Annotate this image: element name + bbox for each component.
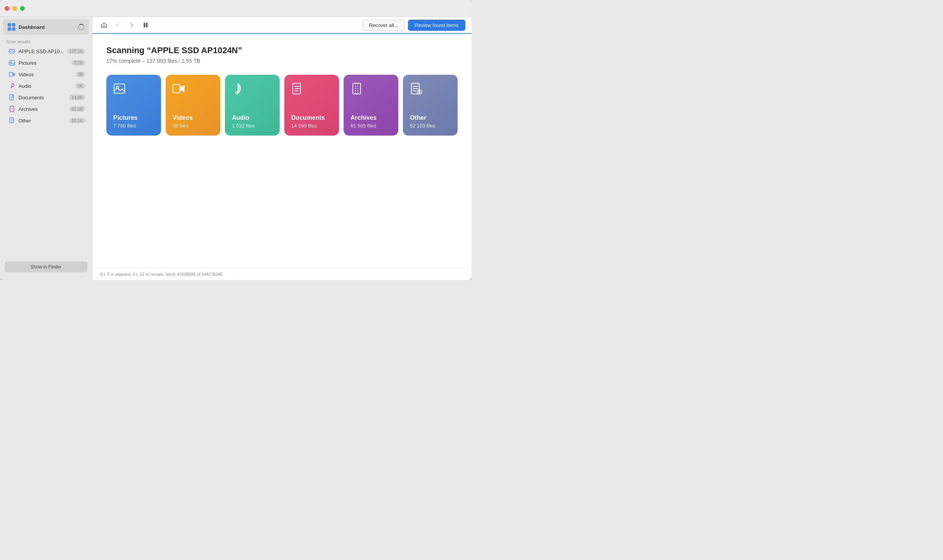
back-button[interactable] <box>112 20 123 30</box>
sidebar-item-pictures[interactable]: Pictures 7,7K <box>2 57 90 68</box>
review-found-button[interactable]: Review found items <box>408 20 465 31</box>
sidebar-item-apple-ssd[interactable]: APPLE SSD AP10... 137,1K <box>2 46 90 57</box>
card-count: 52 103 files <box>410 123 451 129</box>
card-count: 38 files <box>173 123 213 129</box>
archive-icon <box>8 106 15 112</box>
sidebar-item-audio[interactable]: Audio 1K <box>2 80 90 91</box>
scanning-subtitle: 17% complete – 137 093 files / 2,55 TB <box>106 58 458 64</box>
main-layout: Dashboard Scan results APPLE SSD AP10...… <box>0 17 472 280</box>
sidebar-item-label: APPLE SSD AP10... <box>18 49 64 54</box>
card-count: 1 032 files <box>232 123 273 129</box>
card-archives[interactable]: Archives 61 505 files <box>344 75 398 136</box>
svg-rect-29 <box>353 83 361 94</box>
content-area: Recover all... Review found items Scanni… <box>92 17 472 280</box>
sidebar-spacer <box>0 126 92 262</box>
other-icon <box>8 117 15 124</box>
sidebar-item-label: Videos <box>18 72 73 77</box>
sidebar-item-count: 1K <box>76 83 85 89</box>
home-button[interactable] <box>99 20 109 30</box>
documents-card-icon <box>291 82 332 105</box>
card-count: 61 505 files <box>351 123 391 129</box>
picture-icon <box>8 59 15 66</box>
traffic-lights <box>5 6 25 11</box>
show-in-finder-button[interactable]: Show in Finder <box>5 262 87 272</box>
svg-point-24 <box>236 92 238 94</box>
svg-rect-11 <box>10 106 14 112</box>
svg-point-6 <box>11 87 12 88</box>
drive-icon <box>8 48 15 55</box>
maximize-button[interactable] <box>20 6 25 11</box>
status-text: 0 t, 5 m elapsed, 0 t, 22 m remain, bloc… <box>100 272 223 277</box>
sidebar-item-other[interactable]: Other 52,1K <box>2 115 90 126</box>
sidebar-item-label: Archives <box>18 106 66 112</box>
minimize-button[interactable] <box>12 6 17 11</box>
svg-rect-18 <box>144 23 145 27</box>
dashboard-icon <box>8 23 15 31</box>
sidebar-item-videos[interactable]: Videos 38 <box>2 69 90 80</box>
archives-card-icon <box>351 82 391 105</box>
card-other[interactable]: Other 52 103 files <box>403 75 458 136</box>
sidebar: Dashboard Scan results APPLE SSD AP10...… <box>0 17 92 280</box>
svg-rect-20 <box>114 84 125 93</box>
pause-button[interactable] <box>140 20 151 30</box>
videos-card-icon <box>173 82 213 105</box>
card-documents[interactable]: Documents 14 599 files <box>284 75 339 136</box>
sidebar-item-archives[interactable]: Archives 61,5K <box>2 104 90 114</box>
toolbar: Recover all... Review found items <box>92 17 472 34</box>
loading-spinner <box>78 24 84 30</box>
card-title: Other <box>410 114 451 121</box>
scanning-title: Scanning “APPLE SSD AP1024N” <box>106 45 458 55</box>
card-title: Pictures <box>113 114 154 121</box>
sidebar-item-label: Audio <box>18 83 72 89</box>
recover-all-button[interactable]: Recover all... <box>362 20 405 31</box>
main-window: Dashboard Scan results APPLE SSD AP10...… <box>0 0 472 280</box>
audio-icon <box>8 82 15 89</box>
sidebar-item-label: Documents <box>18 95 66 101</box>
sidebar-item-label: Other <box>18 118 66 124</box>
sidebar-item-count: 61,5K <box>69 106 85 112</box>
svg-rect-19 <box>146 23 148 27</box>
card-title: Audio <box>232 114 273 121</box>
card-audio[interactable]: Audio 1 032 files <box>225 75 280 136</box>
svg-point-1 <box>13 51 14 52</box>
sidebar-item-label: Pictures <box>18 60 69 66</box>
audio-card-icon <box>232 82 273 105</box>
scan-results-label: Scan results <box>0 37 92 45</box>
sidebar-item-count: 52,1K <box>69 118 85 123</box>
svg-rect-22 <box>173 84 180 93</box>
card-count: 7 700 files <box>113 123 154 129</box>
other-card-icon <box>410 82 451 105</box>
sidebar-item-count: 14,6K <box>69 95 85 100</box>
titlebar <box>0 0 472 17</box>
statusbar: 0 t, 5 m elapsed, 0 t, 22 m remain, bloc… <box>92 268 472 280</box>
sidebar-item-count: 7,7K <box>72 60 85 65</box>
dashboard-label: Dashboard <box>18 24 75 30</box>
video-icon <box>8 71 15 78</box>
card-title: Archives <box>351 114 391 121</box>
sidebar-item-count: 137,1K <box>67 49 85 54</box>
card-videos[interactable]: Videos 38 files <box>166 75 220 136</box>
scanning-area: Scanning “APPLE SSD AP1024N” 17% complet… <box>92 34 472 268</box>
close-button[interactable] <box>5 6 9 11</box>
card-title: Videos <box>173 114 213 121</box>
card-count: 14 599 files <box>291 123 332 129</box>
sidebar-item-dashboard[interactable]: Dashboard <box>3 19 89 35</box>
card-pictures[interactable]: Pictures 7 700 files <box>106 75 161 136</box>
cards-row: Pictures 7 700 files Videos 38 files <box>106 75 458 136</box>
sidebar-item-count: 38 <box>76 72 85 77</box>
svg-rect-3 <box>9 60 15 65</box>
svg-rect-5 <box>9 72 13 76</box>
document-icon <box>8 94 15 101</box>
forward-button[interactable] <box>126 20 137 30</box>
card-title: Documents <box>291 114 332 121</box>
pictures-card-icon <box>113 82 154 105</box>
sidebar-item-documents[interactable]: Documents 14,6K <box>2 92 90 103</box>
